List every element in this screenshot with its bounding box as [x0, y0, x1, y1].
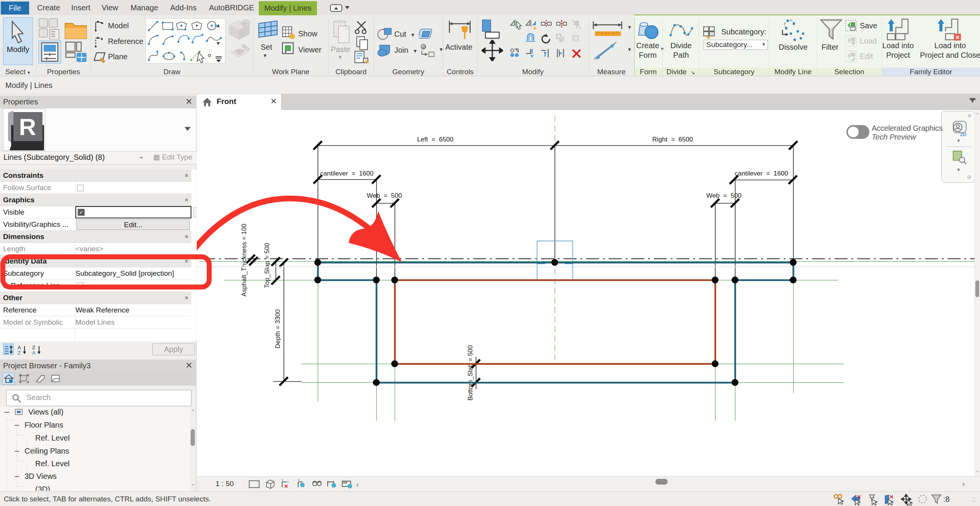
- svg-text:Right = 6500: Right = 6500: [652, 136, 693, 143]
- svg-text:P: P: [560, 39, 562, 44]
- svg-text:✕: ✕: [284, 483, 288, 489]
- svg-text:cantilever = 1600: cantilever = 1600: [735, 170, 788, 177]
- svg-text:✕: ✕: [857, 494, 861, 500]
- svg-text:✕: ✕: [955, 34, 960, 41]
- svg-text::8: :8: [943, 495, 950, 503]
- svg-text:‹: ‹: [356, 481, 359, 488]
- svg-text:A: A: [32, 350, 36, 355]
- svg-text:Top_Slap = 500: Top_Slap = 500: [263, 243, 271, 288]
- svg-text:cantilever = 1600: cantilever = 1600: [320, 170, 373, 177]
- svg-text:Z: Z: [18, 350, 21, 355]
- svg-text:Left = 6500: Left = 6500: [417, 136, 454, 143]
- svg-text:Depth = 3300: Depth = 3300: [274, 309, 281, 349]
- svg-text:Z: Z: [32, 345, 35, 350]
- svg-text:A: A: [18, 345, 21, 350]
- svg-text:Web = 500: Web = 500: [706, 192, 742, 199]
- svg-text:⊗: ⊗: [422, 44, 426, 50]
- svg-text:2D: 2D: [960, 132, 967, 137]
- svg-text:✕: ✕: [889, 494, 894, 500]
- svg-text:Web = 500: Web = 500: [367, 192, 402, 199]
- svg-text:Asphalt_Thickness = 100: Asphalt_Thickness = 100: [240, 224, 248, 296]
- svg-text:Bottom_Slab = 500: Bottom_Slab = 500: [467, 345, 474, 400]
- svg-text:R: R: [19, 114, 36, 140]
